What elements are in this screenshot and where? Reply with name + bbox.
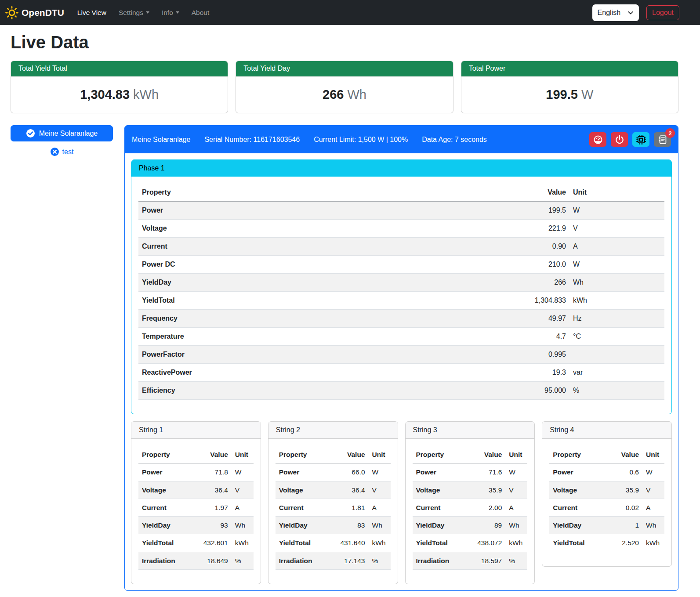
inverter-select-label: Meine Solaranlage bbox=[39, 130, 98, 137]
property-cell: YieldDay bbox=[138, 274, 521, 292]
card-total-power: Total Power 199.5W bbox=[461, 61, 678, 113]
property-cell: YieldTotal bbox=[413, 534, 465, 552]
string-table: Property Value Unit Power0.6WVoltage35.9… bbox=[549, 446, 664, 552]
table-row: YieldDay93Wh bbox=[138, 517, 254, 534]
property-cell: Current bbox=[138, 238, 521, 256]
property-cell: Irradiation bbox=[413, 552, 465, 569]
string-card-header: String 2 bbox=[268, 422, 398, 439]
value-cell: 0.6 bbox=[602, 463, 642, 481]
unit-cell: W bbox=[505, 463, 527, 481]
property-cell: Temperature bbox=[138, 328, 521, 346]
summary-cards-row: Total Yield Total 1,304.83kWh Total Yiel… bbox=[11, 61, 678, 113]
inverter-item-label: test bbox=[62, 148, 74, 156]
value-cell: 210.0 bbox=[521, 256, 569, 274]
string-card-1: String 1 Property Value Unit bbox=[131, 421, 261, 584]
inverter-name: Meine Solaranlage bbox=[132, 136, 190, 144]
column-value: Value bbox=[602, 446, 642, 463]
language-select[interactable]: English bbox=[592, 4, 639, 21]
journal-text-icon bbox=[658, 135, 667, 145]
value-cell: 35.9 bbox=[465, 481, 505, 499]
power-button[interactable] bbox=[611, 132, 628, 147]
table-row: Power DC210.0W bbox=[138, 256, 664, 274]
value-cell: 93 bbox=[191, 517, 232, 534]
table-row: Power71.6W bbox=[413, 463, 528, 481]
table-row: Voltage35.9V bbox=[413, 481, 528, 499]
phase-card: Phase 1 Property Value Unit Power199.5WV… bbox=[131, 159, 672, 414]
unit-cell: W bbox=[642, 463, 664, 481]
table-row: Voltage35.9V bbox=[549, 481, 664, 499]
card-total-yield-day: Total Yield Day 266Wh bbox=[236, 61, 453, 113]
unit-cell: °C bbox=[569, 328, 664, 346]
property-cell: YieldTotal bbox=[276, 534, 328, 552]
unit-cell: Wh bbox=[505, 517, 527, 534]
table-row: YieldTotal438.072kWh bbox=[413, 534, 528, 552]
strings-row: String 1 Property Value Unit bbox=[131, 421, 672, 584]
column-value: Value bbox=[521, 184, 569, 202]
table-row: Current0.90A bbox=[138, 238, 664, 256]
column-unit: Unit bbox=[569, 184, 664, 202]
string-card-header: String 1 bbox=[131, 422, 261, 439]
unit-cell: V bbox=[505, 481, 527, 499]
table-row: YieldDay266Wh bbox=[138, 274, 664, 292]
value-cell: 2.520 bbox=[602, 534, 642, 552]
table-row: ReactivePower19.3var bbox=[138, 364, 664, 382]
column-value: Value bbox=[465, 446, 505, 463]
card-body: 199.5W bbox=[461, 76, 678, 113]
string-card-header: String 4 bbox=[542, 422, 671, 439]
property-cell: Power DC bbox=[138, 256, 521, 274]
limit-settings-button[interactable] bbox=[589, 132, 606, 147]
value-cell: 19.3 bbox=[521, 364, 569, 382]
property-cell: Frequency bbox=[138, 310, 521, 328]
table-header-row: Property Value Unit bbox=[413, 446, 528, 463]
nav-item-settings[interactable]: Settings bbox=[113, 5, 155, 20]
property-cell: Power bbox=[413, 463, 465, 481]
nav-item-live-view[interactable]: Live View bbox=[72, 5, 112, 20]
string-card-body: Property Value Unit Power0.6WVoltage35.9… bbox=[542, 439, 671, 566]
device-info-button[interactable] bbox=[632, 132, 649, 147]
property-cell: YieldDay bbox=[549, 517, 602, 534]
brand[interactable]: OpenDTU bbox=[5, 6, 64, 19]
nav-item-label: Live View bbox=[77, 9, 106, 17]
inverter-select-button[interactable]: Meine Solaranlage bbox=[11, 125, 113, 141]
value-cell: 36.4 bbox=[328, 481, 369, 499]
table-row: YieldTotal431.640kWh bbox=[276, 534, 391, 552]
unit-cell: kWh bbox=[505, 534, 527, 552]
unit-cell: kWh bbox=[642, 534, 664, 552]
unit-cell: V bbox=[232, 481, 254, 499]
value-cell: 1.97 bbox=[191, 499, 232, 516]
nav-item-about[interactable]: About bbox=[186, 5, 215, 20]
card-value: 266 bbox=[323, 87, 344, 101]
unit-cell: A bbox=[569, 238, 664, 256]
value-cell: 4.7 bbox=[521, 328, 569, 346]
table-row: Voltage36.4V bbox=[276, 481, 391, 499]
nav-item-info[interactable]: Info bbox=[156, 5, 185, 20]
nav-item-label: About bbox=[192, 9, 210, 17]
card-body: 266Wh bbox=[236, 76, 453, 113]
unit-cell: A bbox=[505, 499, 527, 516]
card-value: 1,304.83 bbox=[80, 87, 130, 101]
column-unit: Unit bbox=[642, 446, 664, 463]
value-cell: 17.143 bbox=[328, 552, 369, 569]
power-icon bbox=[615, 135, 624, 145]
column-value: Value bbox=[328, 446, 369, 463]
card-header: Total Power bbox=[461, 61, 678, 76]
brand-label: OpenDTU bbox=[22, 7, 64, 18]
column-property: Property bbox=[276, 446, 328, 463]
logout-button[interactable]: Logout bbox=[646, 5, 679, 20]
value-cell: 2.00 bbox=[465, 499, 505, 516]
property-cell: Voltage bbox=[276, 481, 328, 499]
value-cell: 36.4 bbox=[191, 481, 232, 499]
string-card-2: String 2 Property Value Unit bbox=[268, 421, 398, 584]
value-cell: 95.000 bbox=[521, 382, 569, 400]
table-header-row: Property Value Unit bbox=[549, 446, 664, 463]
string-card-header: String 3 bbox=[406, 422, 535, 439]
column-property: Property bbox=[413, 446, 465, 463]
value-cell: 89 bbox=[465, 517, 505, 534]
unit-cell: W bbox=[232, 463, 254, 481]
table-row: YieldTotal432.601kWh bbox=[138, 534, 254, 552]
property-cell: Irradiation bbox=[276, 552, 328, 569]
event-log-button[interactable]: 2 bbox=[654, 132, 671, 147]
x-circle-icon bbox=[50, 147, 59, 156]
inverter-item-test[interactable]: test bbox=[11, 147, 113, 156]
inverter-actions: 2 bbox=[589, 132, 671, 147]
